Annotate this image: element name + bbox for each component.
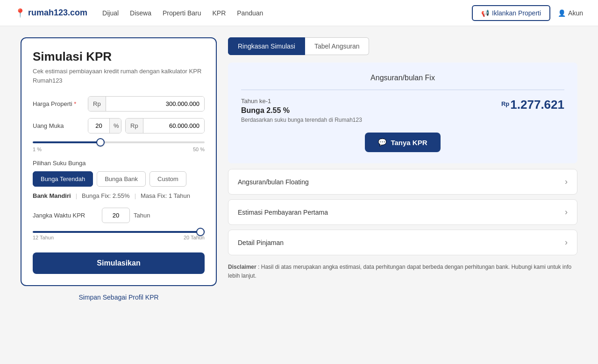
navbar: 📍 rumah123.com Dijual Disewa Properti Ba… xyxy=(0,0,598,26)
uang-muka-pct-group: % xyxy=(88,118,121,133)
nav-links: Dijual Disewa Properti Baru KPR Panduan xyxy=(102,9,263,17)
navbar-left: 📍 rumah123.com Dijual Disewa Properti Ba… xyxy=(15,8,263,18)
simulasi-button[interactable]: Simulasikan xyxy=(33,252,205,274)
result-title: Angsuran/bulan Fix xyxy=(241,74,564,90)
megaphone-icon: 📢 xyxy=(481,9,489,17)
panel-title: Simulasi KPR xyxy=(33,49,205,64)
tab-ringkasan[interactable]: Ringkasan Simulasi xyxy=(228,37,305,55)
accordion-estimasi[interactable]: Estimasi Pembayaran Pertama › xyxy=(228,199,577,225)
accordion-floating-label: Angsuran/bulan Floating xyxy=(238,178,309,186)
nav-panduan[interactable]: Panduan xyxy=(237,9,263,17)
user-icon: 👤 xyxy=(558,9,566,17)
tab-tabel[interactable]: Tabel Angsuran xyxy=(305,37,370,55)
harga-rp-prefix: Rp xyxy=(88,97,106,111)
uang-muka-pct-input[interactable] xyxy=(88,119,109,133)
jangka-max-label: 20 Tahun xyxy=(184,235,205,240)
uang-muka-label: Uang Muka xyxy=(33,122,84,129)
bank-info-row: Bank Mandiri | Bunga Fix: 2.55% | Masa F… xyxy=(33,192,205,199)
jangka-waktu-label: Jangka Waktu KPR xyxy=(33,212,98,219)
jangka-waktu-row: Jangka Waktu KPR Tahun xyxy=(33,208,205,223)
nav-kpr[interactable]: KPR xyxy=(212,9,226,17)
result-bunga: Bunga 2.55 % xyxy=(241,106,290,115)
tanya-kpr-button[interactable]: 💬 Tanya KPR xyxy=(365,133,440,152)
result-year: Tahun ke-1 xyxy=(241,98,290,105)
chevron-right-icon-2: › xyxy=(565,207,568,217)
bunga-terendah-button[interactable]: Bunga Terendah xyxy=(33,171,93,187)
akun-link[interactable]: 👤 Akun xyxy=(558,9,583,17)
harga-properti-label: Harga Properti * xyxy=(33,100,84,107)
logo-icon: 📍 xyxy=(15,8,25,18)
panel-subtitle: Cek estimasi pembiayaan kredit rumah den… xyxy=(33,67,205,85)
accordion-floating[interactable]: Angsuran/bulan Floating › xyxy=(228,169,577,195)
harga-properti-input[interactable] xyxy=(106,97,204,111)
amount-prefix: Rp xyxy=(501,100,509,107)
required-mark: * xyxy=(74,100,76,107)
uang-muka-row: Uang Muka % Rp xyxy=(33,118,205,133)
jangka-unit: Tahun xyxy=(134,212,150,219)
bank-masa-detail: Masa Fix: 1 Tahun xyxy=(141,192,190,199)
result-amount-container: Rp1.277.621 xyxy=(501,98,564,112)
simpan-profil-link[interactable]: Simpan Sebagai Profil KPR xyxy=(21,294,217,301)
nav-properti-baru[interactable]: Properti Baru xyxy=(163,9,201,17)
result-note: Berdasarkan suku bunga terendah di Rumah… xyxy=(241,117,564,123)
chevron-right-icon: › xyxy=(565,177,568,187)
right-panel: Ringkasan Simulasi Tabel Angsuran Angsur… xyxy=(228,37,577,280)
disclaimer-text: : Hasil di atas merupakan angka estimasi… xyxy=(228,264,571,279)
akun-label: Akun xyxy=(568,9,583,17)
disclaimer-label: Disclaimer xyxy=(228,264,256,270)
tabs-row: Ringkasan Simulasi Tabel Angsuran xyxy=(228,37,577,55)
uang-muka-rp-prefix: Rp xyxy=(126,119,143,133)
iklankan-button[interactable]: 📢 Iklankan Properti xyxy=(472,5,550,21)
bank-separator: | xyxy=(76,192,77,199)
result-left: Tahun ke-1 Bunga 2.55 % xyxy=(241,98,290,115)
custom-button[interactable]: Custom xyxy=(150,171,186,187)
harga-input-group: Rp xyxy=(88,96,205,112)
accordion-detail[interactable]: Detail Pinjaman › xyxy=(228,230,577,255)
logo-text: rumah123.com xyxy=(28,8,87,18)
jangka-input[interactable] xyxy=(102,208,130,223)
nav-disewa[interactable]: Disewa xyxy=(130,9,151,17)
bank-separator-2: | xyxy=(135,192,136,199)
pct-suffix: % xyxy=(109,119,121,133)
chevron-right-icon-3: › xyxy=(565,238,568,247)
slider-max-label: 50 % xyxy=(193,147,205,152)
result-card: Angsuran/bulan Fix Tahun ke-1 Bunga 2.55… xyxy=(228,63,577,163)
jangka-waktu-slider[interactable] xyxy=(33,231,205,233)
result-amount: 1.277.621 xyxy=(510,98,564,112)
iklankan-label: Iklankan Properti xyxy=(492,9,541,17)
pilihan-suku-bunga-label: Pilihan Suku Bunga xyxy=(33,160,205,167)
uang-muka-slider[interactable] xyxy=(33,141,205,143)
bunga-bank-button[interactable]: Bunga Bank xyxy=(97,171,146,187)
tanya-kpr-label: Tanya KPR xyxy=(391,139,427,147)
accordion-estimasi-label: Estimasi Pembayaran Pertama xyxy=(238,209,328,216)
slider-min-label: 1 % xyxy=(33,147,42,152)
bank-fix-detail: Bunga Fix: 2.55% xyxy=(82,192,130,199)
bank-name: Bank Mandiri xyxy=(33,192,71,199)
jangka-min-label: 12 Tahun xyxy=(33,235,54,240)
navbar-right: 📢 Iklankan Properti 👤 Akun xyxy=(472,5,583,21)
bunga-options: Bunga Terendah Bunga Bank Custom xyxy=(33,171,205,187)
disclaimer: Disclaimer : Hasil di atas merupakan ang… xyxy=(228,263,577,280)
accordion-detail-label: Detail Pinjaman xyxy=(238,239,284,246)
uang-muka-slider-container xyxy=(33,137,205,145)
result-main-row: Tahun ke-1 Bunga 2.55 % Rp1.277.621 xyxy=(241,98,564,115)
logo[interactable]: 📍 rumah123.com xyxy=(15,8,87,18)
whatsapp-icon: 💬 xyxy=(378,138,387,147)
harga-properti-row: Harga Properti * Rp xyxy=(33,96,205,112)
uang-muka-rp-input[interactable] xyxy=(143,119,204,133)
uang-muka-slider-labels: 1 % 50 % xyxy=(33,147,205,152)
nav-dijual[interactable]: Dijual xyxy=(102,9,119,17)
left-panel: Simulasi KPR Cek estimasi pembiayaan kre… xyxy=(21,37,217,286)
uang-muka-rp-group: Rp xyxy=(125,118,205,133)
main-container: Simulasi KPR Cek estimasi pembiayaan kre… xyxy=(9,37,589,286)
